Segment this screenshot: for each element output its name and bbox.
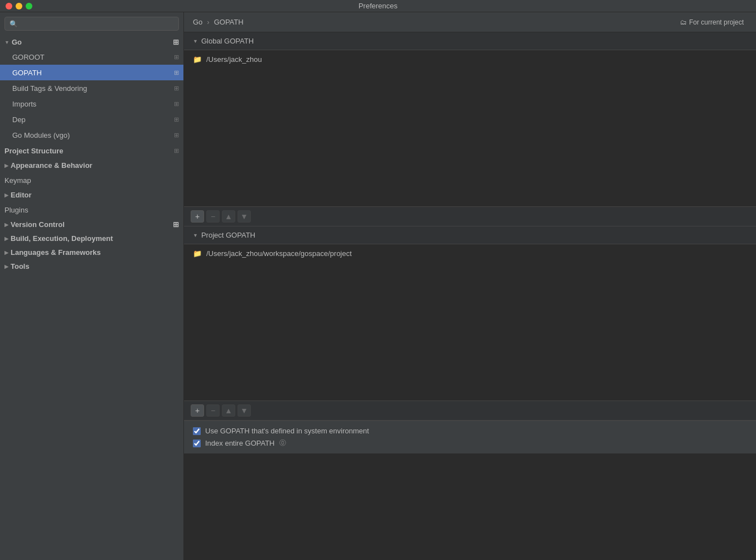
folder-icon: 📁 bbox=[193, 55, 202, 64]
triangle-right-icon: ▶ bbox=[4, 250, 8, 255]
triangle-right-icon: ▶ bbox=[4, 264, 8, 269]
sidebar-item-build-execution-label: Build, Execution, Deployment bbox=[11, 234, 113, 243]
sidebar-item-dep[interactable]: Dep ⊞ bbox=[0, 112, 183, 127]
global-remove-button[interactable]: − bbox=[206, 210, 220, 223]
main-container: 🔍 ▼ Go ⊞ GOROOT ⊞ GOPATH ⊞ bbox=[0, 12, 756, 560]
search-icon: 🔍 bbox=[9, 20, 18, 28]
sidebar: 🔍 ▼ Go ⊞ GOROOT ⊞ GOPATH ⊞ bbox=[0, 12, 184, 560]
sidebar-item-tools-label: Tools bbox=[11, 262, 30, 271]
project-up-button[interactable]: ▲ bbox=[222, 404, 235, 417]
list-item[interactable]: 📁 /Users/jack_zhou/workspace/gospace/pro… bbox=[184, 247, 756, 260]
search-box[interactable]: 🔍 bbox=[4, 17, 179, 31]
window-controls bbox=[6, 3, 32, 9]
breadcrumb-current: GOPATH bbox=[214, 18, 244, 26]
project-remove-button[interactable]: − bbox=[206, 404, 220, 417]
sidebar-item-imports[interactable]: Imports ⊞ bbox=[0, 96, 183, 112]
sidebar-item-version-control-label: Version Control bbox=[11, 220, 65, 229]
sidebar-item-keymap[interactable]: Keymap bbox=[0, 172, 183, 188]
sidebar-item-go-modules[interactable]: Go Modules (vgo) ⊞ bbox=[0, 127, 183, 143]
panels-container: ▼ Global GOPATH 📁 /Users/jack_zhou + − ▲… bbox=[184, 32, 756, 560]
window-title: Preferences bbox=[358, 2, 398, 10]
project-icon: 🗂 bbox=[680, 18, 687, 26]
breadcrumb-bar: Go › GOPATH 🗂 For current project bbox=[184, 12, 756, 32]
breadcrumb-parent: Go bbox=[193, 18, 202, 26]
content-area: Go › GOPATH 🗂 For current project ▼ Glob… bbox=[184, 12, 756, 560]
copy-icon: ⊞ bbox=[173, 220, 179, 229]
global-up-button[interactable]: ▲ bbox=[222, 210, 235, 223]
sidebar-item-goroot[interactable]: GOROOT ⊞ bbox=[0, 49, 183, 65]
index-gopath-row[interactable]: Index entire GOPATH ⓪ bbox=[193, 438, 747, 448]
search-input[interactable] bbox=[21, 20, 174, 28]
sidebar-item-build-execution[interactable]: ▶ Build, Execution, Deployment bbox=[0, 231, 183, 245]
sidebar-item-imports-label: Imports bbox=[12, 100, 174, 108]
folder-icon: 📁 bbox=[193, 249, 202, 258]
project-gopath-title: Project GOPATH bbox=[201, 231, 255, 239]
project-gopath-entry-0: /Users/jack_zhou/workspace/gospace/proje… bbox=[206, 249, 352, 258]
copy-icon: ⊞ bbox=[174, 116, 179, 123]
sidebar-item-plugins[interactable]: Plugins bbox=[0, 202, 183, 218]
sidebar-item-project-structure-label: Project Structure bbox=[4, 147, 174, 155]
project-down-button[interactable]: ▼ bbox=[238, 404, 251, 417]
help-icon[interactable]: ⓪ bbox=[279, 438, 286, 448]
sidebar-content: ▼ Go ⊞ GOROOT ⊞ GOPATH ⊞ Build Tags & Ve… bbox=[0, 35, 183, 560]
sidebar-item-build-tags[interactable]: Build Tags & Vendoring ⊞ bbox=[0, 80, 183, 96]
sidebar-item-go[interactable]: ▼ Go ⊞ bbox=[0, 35, 183, 49]
use-gopath-system-row[interactable]: Use GOPATH that's defined in system envi… bbox=[193, 427, 747, 435]
triangle-right-icon: ▶ bbox=[4, 192, 8, 198]
sidebar-item-plugins-label: Plugins bbox=[4, 206, 179, 214]
sidebar-item-gopath-label: GOPATH bbox=[12, 69, 174, 77]
sidebar-item-keymap-label: Keymap bbox=[4, 176, 179, 185]
copy-icon: ⊞ bbox=[174, 147, 179, 155]
sidebar-item-languages-frameworks-label: Languages & Frameworks bbox=[11, 248, 101, 257]
project-gopath-section: ▼ Project GOPATH 📁 /Users/jack_zhou/work… bbox=[184, 226, 756, 421]
triangle-right-icon: ▶ bbox=[4, 163, 8, 168]
global-gopath-list: 📁 /Users/jack_zhou bbox=[184, 50, 756, 206]
copy-icon: ⊞ bbox=[174, 100, 179, 108]
use-gopath-system-checkbox[interactable] bbox=[193, 427, 201, 435]
triangle-down-icon: ▼ bbox=[193, 233, 198, 238]
global-gopath-title: Global GOPATH bbox=[201, 37, 254, 45]
index-gopath-label: Index entire GOPATH bbox=[205, 439, 275, 447]
sidebar-item-build-tags-label: Build Tags & Vendoring bbox=[12, 84, 174, 93]
sidebar-item-go-modules-label: Go Modules (vgo) bbox=[12, 131, 174, 139]
project-add-button[interactable]: + bbox=[191, 404, 204, 417]
triangle-down-icon: ▼ bbox=[193, 38, 198, 44]
use-gopath-system-label: Use GOPATH that's defined in system envi… bbox=[205, 427, 369, 435]
sidebar-item-editor[interactable]: ▶ Editor bbox=[0, 188, 183, 202]
close-button[interactable] bbox=[6, 3, 12, 9]
bottom-options: Use GOPATH that's defined in system envi… bbox=[184, 421, 756, 453]
for-project-label: For current project bbox=[689, 18, 744, 26]
global-add-button[interactable]: + bbox=[191, 210, 204, 223]
project-gopath-list: 📁 /Users/jack_zhou/workspace/gospace/pro… bbox=[184, 244, 756, 400]
global-gopath-header[interactable]: ▼ Global GOPATH bbox=[184, 32, 756, 50]
copy-icon: ⊞ bbox=[173, 38, 179, 46]
triangle-right-icon: ▶ bbox=[4, 236, 8, 242]
sidebar-item-tools[interactable]: ▶ Tools bbox=[0, 259, 183, 273]
global-down-button[interactable]: ▼ bbox=[238, 210, 251, 223]
sidebar-item-gopath[interactable]: GOPATH ⊞ bbox=[0, 65, 183, 80]
sidebar-item-project-structure[interactable]: Project Structure ⊞ bbox=[0, 143, 183, 158]
sidebar-item-appearance-label: Appearance & Behavior bbox=[11, 161, 93, 170]
for-current-project-button[interactable]: 🗂 For current project bbox=[677, 17, 747, 27]
sidebar-item-go-label: Go bbox=[12, 38, 22, 46]
copy-icon: ⊞ bbox=[174, 85, 179, 92]
sidebar-item-dep-label: Dep bbox=[12, 115, 174, 124]
copy-icon: ⊞ bbox=[174, 132, 179, 139]
copy-icon: ⊞ bbox=[174, 69, 179, 76]
minimize-button[interactable] bbox=[16, 3, 22, 9]
index-gopath-checkbox[interactable] bbox=[193, 440, 201, 447]
sidebar-item-version-control[interactable]: ▶ Version Control ⊞ bbox=[0, 218, 183, 231]
breadcrumb-arrow: › bbox=[207, 18, 209, 26]
sidebar-item-editor-label: Editor bbox=[11, 191, 32, 199]
maximize-button[interactable] bbox=[26, 3, 32, 9]
project-gopath-toolbar: + − ▲ ▼ bbox=[184, 400, 756, 420]
global-gopath-toolbar: + − ▲ ▼ bbox=[184, 206, 756, 226]
triangle-down-icon: ▼ bbox=[4, 40, 9, 45]
sidebar-item-appearance-behavior[interactable]: ▶ Appearance & Behavior bbox=[0, 158, 183, 172]
list-item[interactable]: 📁 /Users/jack_zhou bbox=[184, 52, 756, 66]
project-gopath-header[interactable]: ▼ Project GOPATH bbox=[184, 226, 756, 244]
triangle-right-icon: ▶ bbox=[4, 222, 8, 228]
copy-icon: ⊞ bbox=[174, 54, 179, 61]
sidebar-item-languages-frameworks[interactable]: ▶ Languages & Frameworks bbox=[0, 245, 183, 259]
global-gopath-section: ▼ Global GOPATH 📁 /Users/jack_zhou + − ▲… bbox=[184, 32, 756, 226]
